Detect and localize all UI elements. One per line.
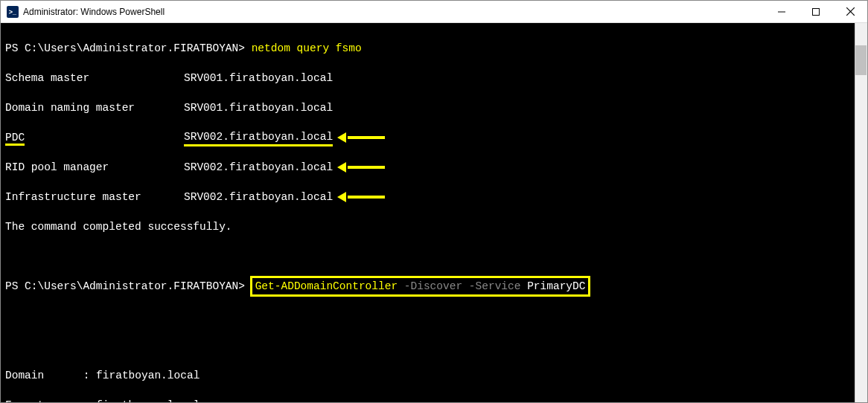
highlighted-command: Get-ADDomainController -Discover -Servic… (250, 276, 591, 297)
terminal-area[interactable]: PS C:\Users\Administrator.FIRATBOYAN> ne… (1, 23, 867, 402)
arrow-icon (343, 162, 385, 173)
dc-domain: Domain : firatboyan.local (5, 368, 863, 383)
close-button[interactable] (833, 1, 867, 22)
prompt-line-1: PS C:\Users\Administrator.FIRATBOYAN> ne… (5, 41, 863, 56)
window-controls (765, 1, 867, 22)
titlebar[interactable]: >_ Administrator: Windows PowerShell (1, 1, 867, 23)
fsmo-row-3: RID pool managerSRV002.firatboyan.local (5, 160, 863, 175)
powershell-icon: >_ (7, 6, 19, 18)
window-title: Administrator: Windows PowerShell (23, 7, 165, 17)
success-line: The command completed successfully. (5, 219, 863, 234)
maximize-icon (812, 8, 820, 16)
fsmo-row-0: Schema masterSRV001.firatboyan.local (5, 71, 863, 86)
vertical-scrollbar[interactable] (855, 23, 867, 402)
fsmo-row-4: Infrastructure masterSRV002.firatboyan.l… (5, 190, 863, 204)
powershell-window: >_ Administrator: Windows PowerShell PS … (0, 0, 868, 403)
minimize-icon (778, 8, 785, 16)
scrollbar-thumb[interactable] (855, 45, 867, 75)
fsmo-row-1: Domain naming masterSRV001.firatboyan.lo… (5, 100, 863, 115)
prompt-line-2: PS C:\Users\Administrator.FIRATBOYAN> Ge… (5, 279, 863, 294)
maximize-button[interactable] (799, 1, 833, 22)
dc-forest: Forest : firatboyan.local (5, 398, 863, 402)
arrow-icon (343, 132, 385, 143)
command-1: netdom query fsmo (252, 41, 362, 56)
minimize-button[interactable] (765, 1, 799, 22)
fsmo-row-2: PDCSRV002.firatboyan.local (5, 130, 863, 145)
terminal-content: PS C:\Users\Administrator.FIRATBOYAN> ne… (5, 26, 863, 402)
close-icon (846, 7, 855, 16)
arrow-icon (343, 192, 385, 202)
